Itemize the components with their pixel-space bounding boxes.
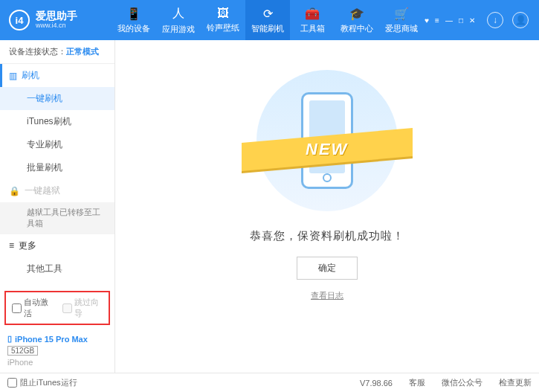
success-message: 恭喜您，保资料刷机成功啦！ <box>250 229 404 243</box>
sidebar-item-flash-3[interactable]: 批量刷机 <box>0 156 114 179</box>
view-log-link[interactable]: 查看日志 <box>311 290 343 301</box>
ok-button[interactable]: 确定 <box>297 257 358 280</box>
sidebar-item-more-0[interactable]: 其他工具 <box>0 257 114 280</box>
nav-item-6[interactable]: 🛒爱思商城 <box>379 0 424 40</box>
sidebar-item-flash-0[interactable]: 一键刷机 <box>0 87 114 110</box>
sidebar-group-jailbreak: 🔒 一键越狱 <box>0 179 114 202</box>
nav-item-2[interactable]: 🖼铃声壁纸 <box>201 0 245 40</box>
sidebar-item-flash-1[interactable]: iTunes刷机 <box>0 110 114 133</box>
device-info: ▯iPhone 15 Pro Max 512GB iPhone <box>0 330 114 373</box>
download-icon[interactable]: ↓ <box>487 12 503 28</box>
window-controls: ♥ ≡ — □ ✕ <box>425 16 475 25</box>
nav-icon: 📱 <box>126 7 141 21</box>
nav-item-0[interactable]: 📱我的设备 <box>112 0 156 40</box>
success-illustration: NEW <box>256 70 398 211</box>
maximize-icon[interactable]: □ <box>459 16 463 25</box>
options-highlight-box: 自动激活 跳过向导 <box>4 291 110 325</box>
nav-item-5[interactable]: 🎓教程中心 <box>335 0 379 40</box>
block-itunes-checkbox[interactable]: 阻止iTunes运行 <box>7 377 77 388</box>
minimize-icon[interactable]: — <box>445 16 453 25</box>
footer: 阻止iTunes运行 V7.98.66 客服 微信公众号 检查更新 <box>0 373 539 392</box>
header: i4 爱思助手 www.i4.cn 📱我的设备人应用游戏🖼铃声壁纸⟳智能刷机🧰工… <box>0 0 539 40</box>
user-icon[interactable]: 👤 <box>512 12 529 28</box>
auto-activate-checkbox[interactable]: 自动激活 <box>12 297 52 319</box>
main-content: NEW 恭喜您，保资料刷机成功啦！ 确定 查看日志 <box>115 40 539 373</box>
sidebar-group-flash[interactable]: ▥ 刷机 <box>0 64 114 87</box>
device-type: iPhone <box>7 358 107 367</box>
nav-icon: 人 <box>172 6 184 22</box>
nav-icon: 🧰 <box>305 7 320 21</box>
lock-icon: 🔒 <box>9 186 20 196</box>
footer-link-support[interactable]: 客服 <box>409 377 425 388</box>
jailbreak-note: 越狱工具已转移至工具箱 <box>0 202 114 234</box>
logo-icon: i4 <box>9 10 30 30</box>
top-nav: 📱我的设备人应用游戏🖼铃声壁纸⟳智能刷机🧰工具箱🎓教程中心🛒爱思商城 <box>112 0 424 40</box>
skip-guide-checkbox[interactable]: 跳过向导 <box>62 297 103 319</box>
list-icon[interactable]: ≡ <box>435 16 439 25</box>
device-status: 设备连接状态：正常模式 <box>0 40 114 64</box>
nav-item-3[interactable]: ⟳智能刷机 <box>245 0 290 40</box>
nav-icon: ⟳ <box>263 7 273 21</box>
version-label: V7.98.66 <box>360 379 393 388</box>
sidebar: 设备连接状态：正常模式 ▥ 刷机 一键刷机iTunes刷机专业刷机批量刷机 🔒 … <box>0 40 115 373</box>
sidebar-item-flash-2[interactable]: 专业刷机 <box>0 133 114 156</box>
sidebar-item-more-1[interactable]: 下载固件 <box>0 280 114 286</box>
nav-icon: 🖼 <box>217 7 229 20</box>
footer-link-wechat[interactable]: 微信公众号 <box>442 377 482 388</box>
phone-icon: ▥ <box>9 71 17 81</box>
menu-icon[interactable]: ♥ <box>425 16 429 25</box>
footer-link-update[interactable]: 检查更新 <box>499 377 532 388</box>
close-icon[interactable]: ✕ <box>469 16 475 25</box>
device-icon: ▯ <box>7 334 12 344</box>
nav-item-1[interactable]: 人应用游戏 <box>156 0 201 40</box>
device-storage: 512GB <box>7 346 38 356</box>
list-icon: ≡ <box>9 240 14 251</box>
app-url: www.i4.cn <box>36 22 77 30</box>
sidebar-group-more[interactable]: ≡ 更多 <box>0 234 114 257</box>
nav-icon: 🎓 <box>349 7 364 21</box>
nav-icon: 🛒 <box>394 7 409 21</box>
logo: i4 爱思助手 www.i4.cn <box>0 10 112 30</box>
app-name: 爱思助手 <box>36 10 77 22</box>
nav-item-4[interactable]: 🧰工具箱 <box>290 0 335 40</box>
